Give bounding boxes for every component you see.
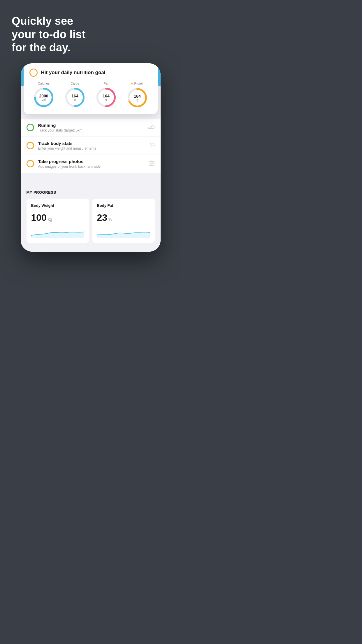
svg-rect-17: [149, 161, 154, 165]
nutrition-checkbox[interactable]: [29, 69, 38, 77]
photos-name: Take progress photos: [38, 159, 144, 164]
running-text: Running Track your stats (target: 5km): [38, 123, 144, 132]
spacer: [21, 173, 161, 184]
bottom-padding: [21, 243, 161, 252]
shoe-icon: [148, 124, 155, 131]
body-fat-value: 23: [97, 212, 108, 223]
protein-ring: 164 g: [127, 87, 148, 108]
nutrition-grid: Calories 2000 cal: [29, 81, 152, 108]
carbs-value: 164: [71, 94, 78, 98]
calories-item: Calories 2000 cal: [29, 82, 58, 108]
body-stats-text: Track body stats Enter your weight and m…: [38, 141, 144, 150]
carbs-label: Carbs: [71, 82, 79, 85]
body-weight-value-row: 100 kg: [31, 212, 84, 223]
calories-label: Calories: [38, 82, 50, 85]
body-weight-chart: [31, 227, 84, 238]
body-stats-name: Track body stats: [38, 141, 144, 146]
body-fat-card[interactable]: Body Fat 23 %: [92, 199, 155, 243]
todo-running[interactable]: Running Track your stats (target: 5km): [21, 119, 161, 137]
todo-progress-photos[interactable]: Take progress photos Add images of your …: [21, 155, 161, 173]
phone-frame: 9:41: [21, 63, 161, 252]
running-name: Running: [38, 123, 144, 128]
body-weight-value: 100: [31, 212, 47, 223]
running-desc: Track your stats (target: 5km): [38, 128, 144, 132]
fat-ring: 164 g: [96, 87, 117, 108]
fat-value: 164: [103, 94, 109, 98]
body-fat-unit: %: [108, 217, 112, 222]
photos-desc: Add images of your front, back, and side: [38, 164, 144, 169]
photos-text: Take progress photos Add images of your …: [38, 159, 144, 169]
body-fat-value-row: 23 %: [97, 212, 150, 223]
calories-value: 2000: [39, 94, 48, 98]
photos-checkbox[interactable]: [27, 160, 34, 167]
phone-screen: 9:41: [21, 63, 161, 252]
nutrition-card-header: Hit your daily nutrition goal: [29, 69, 152, 77]
nutrition-card-title: Hit your daily nutrition goal: [41, 70, 106, 76]
svg-point-18: [150, 162, 153, 164]
body-stats-checkbox[interactable]: [27, 142, 34, 149]
photo-icon: [148, 160, 155, 168]
star-icon: ★: [130, 81, 133, 85]
body-weight-unit: kg: [48, 217, 52, 222]
carbs-ring: 164 g: [64, 87, 85, 108]
todo-track-body-stats[interactable]: Track body stats Enter your weight and m…: [21, 137, 161, 155]
progress-section: MY PROGRESS Body Weight 100 kg: [21, 184, 161, 243]
fat-unit: g: [103, 98, 109, 101]
body-weight-card[interactable]: Body Weight 100 kg: [27, 199, 89, 243]
nutrition-card: Hit your daily nutrition goal Calories: [24, 63, 158, 114]
body-weight-card-title: Body Weight: [31, 203, 84, 208]
fat-item: Fat 164 g: [92, 82, 121, 108]
protein-value: 164: [134, 94, 140, 98]
fat-label: Fat: [104, 82, 108, 85]
protein-item: ★ Protein 164 g: [123, 81, 152, 108]
svg-point-16: [151, 145, 152, 146]
body-fat-card-title: Body Fat: [97, 203, 150, 208]
hero-section: Quickly see your to-do list for the day.: [0, 0, 181, 63]
body-fat-chart: [97, 227, 150, 238]
protein-label: ★ Protein: [130, 81, 145, 85]
carbs-unit: g: [71, 98, 78, 101]
running-checkbox[interactable]: [27, 124, 34, 131]
protein-unit: g: [134, 98, 140, 101]
progress-grid: Body Weight 100 kg: [27, 199, 155, 243]
phone-body: THINGS TO DO TODAY Hit your daily nutrit…: [21, 86, 161, 252]
calories-ring: 2000 cal: [33, 87, 54, 108]
scale-icon: [148, 142, 155, 150]
body-stats-desc: Enter your weight and measurements: [38, 146, 144, 150]
progress-title: MY PROGRESS: [27, 190, 155, 195]
hero-title: Quickly see your to-do list for the day.: [12, 15, 169, 55]
carbs-item: Carbs 164 g: [61, 82, 89, 108]
todo-list: Running Track your stats (target: 5km): [21, 119, 161, 173]
calories-unit: cal: [39, 98, 48, 101]
